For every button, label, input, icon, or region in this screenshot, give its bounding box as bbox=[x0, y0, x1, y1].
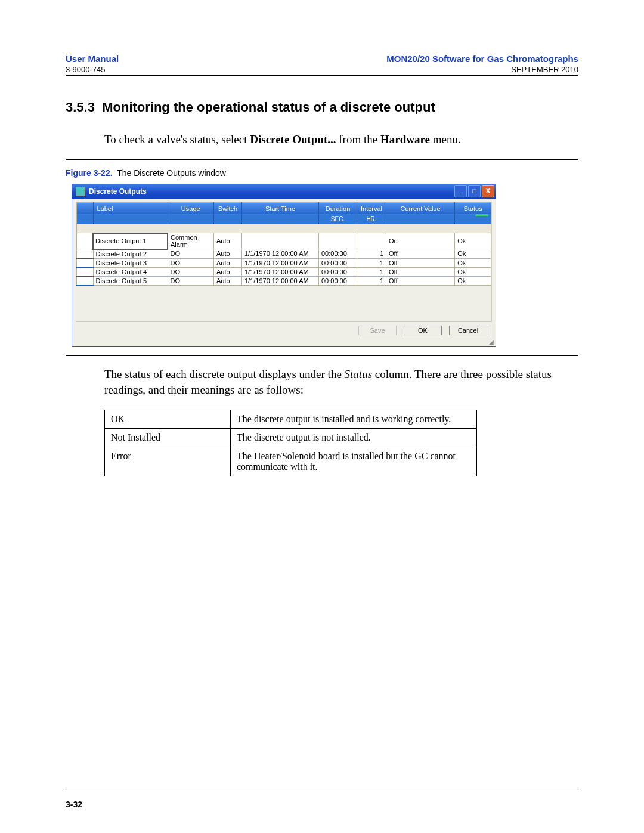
cell-interval[interactable]: 1 bbox=[357, 276, 386, 285]
save-button: Save bbox=[358, 326, 397, 335]
cell-start[interactable]: 1/1/1970 12:00:00 AM bbox=[242, 267, 319, 276]
cancel-button[interactable]: Cancel bbox=[449, 326, 487, 335]
col-interval[interactable]: Interval bbox=[357, 202, 386, 215]
cell-start[interactable]: 1/1/1970 12:00:00 AM bbox=[242, 276, 319, 285]
app-icon bbox=[76, 187, 85, 196]
col-label[interactable]: Label bbox=[93, 202, 168, 215]
row-number: 1 bbox=[77, 233, 94, 249]
cell-switch[interactable]: Auto bbox=[214, 258, 242, 267]
cell-current: Off bbox=[386, 258, 455, 267]
header-right-title: MON20/20 Software for Gas Chromatographs bbox=[386, 54, 578, 64]
header-right-sub: SEPTEMBER 2010 bbox=[511, 65, 578, 74]
cell-switch[interactable]: Auto bbox=[214, 276, 242, 285]
cell-label[interactable]: Discrete Output 2 bbox=[93, 249, 168, 259]
cell-usage[interactable]: DO bbox=[168, 249, 214, 259]
row-number: 3 bbox=[77, 258, 94, 267]
cell-label[interactable]: Discrete Output 5 bbox=[93, 276, 168, 285]
page-number: 3-32 bbox=[66, 800, 82, 809]
cell-status: Ok bbox=[455, 276, 491, 285]
cell-duration[interactable]: 00:00:00 bbox=[319, 267, 357, 276]
footer-rule bbox=[66, 791, 578, 791]
cell-current: On bbox=[386, 233, 455, 249]
maximize-button[interactable]: □ bbox=[468, 185, 481, 197]
cell-interval[interactable] bbox=[357, 233, 386, 249]
status-key: Not Installed bbox=[105, 428, 231, 447]
minimize-button[interactable]: _ bbox=[454, 185, 467, 197]
status-value: The discrete output is not installed. bbox=[231, 428, 477, 447]
window-titlebar[interactable]: Discrete Outputs _ □ X bbox=[72, 184, 496, 199]
cell-label[interactable]: Discrete Output 1 bbox=[93, 233, 168, 249]
cell-status: Ok bbox=[455, 233, 491, 249]
table-row: OKThe discrete output is installed and i… bbox=[105, 410, 477, 428]
cell-start[interactable]: 1/1/1970 12:00:00 AM bbox=[242, 249, 319, 259]
status-key: OK bbox=[105, 410, 231, 428]
window-title: Discrete Outputs bbox=[89, 187, 147, 196]
header-rule bbox=[66, 75, 578, 76]
table-row: ErrorThe Heater/Solenoid board is instal… bbox=[105, 447, 477, 476]
col-current[interactable]: Current Value bbox=[386, 202, 455, 215]
col-usage[interactable]: Usage bbox=[168, 202, 214, 215]
intro-paragraph: To check a valve's status, select Discre… bbox=[104, 132, 578, 148]
cell-usage[interactable]: DO bbox=[168, 258, 214, 267]
cell-current: Off bbox=[386, 249, 455, 259]
cell-switch[interactable]: Auto bbox=[214, 249, 242, 259]
cell-usage[interactable]: DO bbox=[168, 276, 214, 285]
cell-start[interactable]: 1/1/1970 12:00:00 AM bbox=[242, 258, 319, 267]
cell-current: Off bbox=[386, 276, 455, 285]
table-row[interactable]: 5Discrete Output 5DOAuto1/1/1970 12:00:0… bbox=[77, 276, 491, 285]
cell-interval[interactable]: 1 bbox=[357, 258, 386, 267]
close-button[interactable]: X bbox=[482, 185, 494, 197]
col-duration[interactable]: Duration bbox=[319, 202, 357, 215]
row-number: 4 bbox=[77, 267, 94, 276]
cell-duration[interactable]: 00:00:00 bbox=[319, 258, 357, 267]
cell-interval[interactable]: 1 bbox=[357, 267, 386, 276]
figure-caption: Figure 3-22. The Discrete Outputs window bbox=[66, 168, 578, 178]
row-number: 5 bbox=[77, 276, 94, 285]
status-value: The Heater/Solenoid board is installed b… bbox=[231, 447, 477, 476]
cell-status: Ok bbox=[455, 258, 491, 267]
cell-interval[interactable]: 1 bbox=[357, 249, 386, 259]
col-status[interactable]: Status bbox=[455, 202, 491, 215]
status-description: The status of each discrete output displ… bbox=[104, 367, 578, 398]
row-number: 2 bbox=[77, 249, 94, 259]
cell-usage[interactable]: DO bbox=[168, 267, 214, 276]
cell-switch[interactable]: Auto bbox=[214, 233, 242, 249]
cell-status: Ok bbox=[455, 267, 491, 276]
table-row[interactable]: 2Discrete Output 2DOAuto1/1/1970 12:00:0… bbox=[77, 249, 491, 259]
col-start[interactable]: Start Time bbox=[242, 202, 319, 215]
table-row[interactable]: 4Discrete Output 4DOAuto1/1/1970 12:00:0… bbox=[77, 267, 491, 276]
indicator-icon bbox=[475, 214, 488, 216]
status-key: Error bbox=[105, 447, 231, 476]
table-row[interactable]: 1Discrete Output 1Common AlarmAutoOnOk bbox=[77, 233, 491, 249]
table-row: Not InstalledThe discrete output is not … bbox=[105, 428, 477, 447]
header-left-title: User Manual bbox=[66, 54, 119, 64]
col-interval-sub: HR. bbox=[357, 215, 386, 224]
resize-grip-icon[interactable]: ◢ bbox=[72, 339, 496, 346]
cell-label[interactable]: Discrete Output 3 bbox=[93, 258, 168, 267]
discrete-outputs-grid[interactable]: Label Usage Switch Start Time Duration I… bbox=[76, 202, 491, 286]
table-row[interactable]: 3Discrete Output 3DOAuto1/1/1970 12:00:0… bbox=[77, 258, 491, 267]
cell-duration[interactable]: 00:00:00 bbox=[319, 276, 357, 285]
cell-usage[interactable]: Common Alarm bbox=[168, 233, 214, 249]
col-duration-sub: SEC. bbox=[319, 215, 357, 224]
status-value: The discrete output is installed and is … bbox=[231, 410, 477, 428]
cell-duration[interactable]: 00:00:00 bbox=[319, 249, 357, 259]
section-heading: 3.5.3 Monitoring the operational status … bbox=[66, 100, 578, 115]
cell-switch[interactable]: Auto bbox=[214, 267, 242, 276]
col-switch[interactable]: Switch bbox=[214, 202, 242, 215]
ok-button[interactable]: OK bbox=[404, 326, 442, 335]
cell-start[interactable] bbox=[242, 233, 319, 249]
cell-duration[interactable] bbox=[319, 233, 357, 249]
cell-current: Off bbox=[386, 267, 455, 276]
figure-rule-top bbox=[66, 159, 578, 160]
status-meanings-table: OKThe discrete output is installed and i… bbox=[104, 410, 477, 476]
discrete-outputs-window: Discrete Outputs _ □ X Label Usag bbox=[72, 184, 496, 347]
cell-status: Ok bbox=[455, 249, 491, 259]
header-left-sub: 3-9000-745 bbox=[66, 65, 106, 74]
cell-label[interactable]: Discrete Output 4 bbox=[93, 267, 168, 276]
figure-rule-bottom bbox=[66, 355, 578, 356]
